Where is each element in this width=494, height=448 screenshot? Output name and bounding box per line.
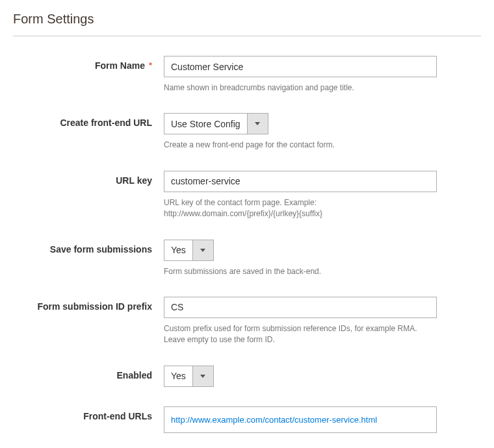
save-submissions-select[interactable]: Yes — [164, 240, 214, 261]
field-save-submissions: Save form submissions Yes Form submissio… — [13, 240, 481, 277]
create-url-select[interactable]: Use Store Config — [164, 113, 268, 134]
save-submissions-hint: Form submissions are saved in the back-e… — [164, 266, 437, 277]
form-name-hint: Name shown in breadcrumbs navigation and… — [164, 82, 437, 93]
create-url-label: Create front-end URL — [13, 113, 164, 128]
form-name-label: Form Name* — [13, 56, 164, 71]
field-frontend-urls: Front-end URLs http://www.example.com/co… — [13, 406, 481, 433]
enabled-select[interactable]: Yes — [164, 366, 214, 387]
url-key-hint: URL key of the contact form page. Exampl… — [164, 197, 437, 220]
frontend-urls-box: http://www.example.com/contact/customer-… — [164, 406, 437, 433]
id-prefix-label: Form submission ID prefix — [13, 297, 164, 312]
id-prefix-input[interactable] — [164, 297, 437, 318]
field-url-key: URL key URL key of the contact form page… — [13, 171, 481, 220]
field-enabled: Enabled Yes — [13, 366, 481, 387]
field-form-name: Form Name* Name shown in breadcrumbs nav… — [13, 56, 481, 93]
field-create-url: Create front-end URL Use Store Config Cr… — [13, 113, 481, 151]
chevron-down-icon — [200, 375, 205, 378]
create-url-hint: Create a new front-end page for the cont… — [164, 140, 437, 151]
chevron-down-icon — [200, 249, 205, 252]
url-key-label: URL key — [13, 171, 164, 186]
dropdown-toggle[interactable] — [192, 240, 213, 260]
id-prefix-hint: Custom prefix used for form submission r… — [164, 323, 437, 346]
frontend-urls-label: Front-end URLs — [13, 406, 164, 421]
required-star-icon: * — [149, 60, 152, 70]
enabled-label: Enabled — [13, 366, 164, 380]
section-title: Form Settings — [13, 12, 481, 36]
enabled-value: Yes — [164, 366, 192, 386]
field-id-prefix: Form submission ID prefix Custom prefix … — [13, 297, 481, 346]
form-name-input[interactable] — [164, 56, 437, 77]
chevron-down-icon — [255, 122, 260, 125]
create-url-value: Use Store Config — [164, 114, 247, 134]
url-key-input[interactable] — [164, 171, 437, 192]
label-text: Form Name — [95, 60, 145, 71]
save-submissions-value: Yes — [164, 240, 192, 260]
dropdown-toggle[interactable] — [192, 366, 213, 386]
dropdown-toggle[interactable] — [247, 114, 268, 134]
save-submissions-label: Save form submissions — [13, 240, 164, 255]
frontend-url-link[interactable]: http://www.example.com/contact/customer-… — [171, 415, 377, 425]
